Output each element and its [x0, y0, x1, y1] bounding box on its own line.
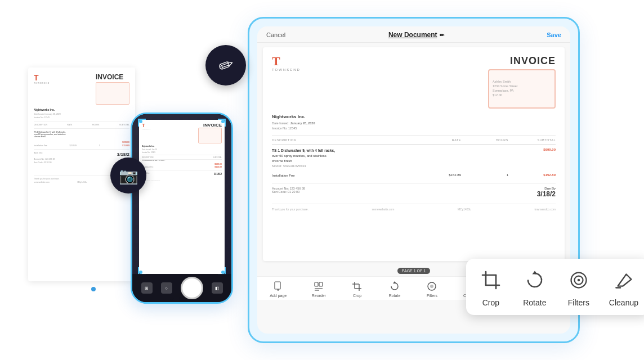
pencil-icon: ✏ [215, 53, 236, 78]
filters-label: Filters [427, 294, 437, 298]
bg-invoice-title: INVOICE [96, 73, 129, 81]
tool-rotate[interactable]: Rotate [521, 267, 548, 307]
invoice-title-block: INVOICE Ashley Smith 1234 Some Street So… [488, 55, 556, 109]
filters-tool-label: Filters [568, 298, 589, 307]
cleanup-tool-label: Cleanup [609, 298, 638, 307]
tool-filters[interactable]: Filters [565, 267, 592, 307]
decorative-dot-4 [91, 287, 96, 291]
thank-you-text: Thank you for your purchase. [272, 208, 308, 211]
camera-icon: 📷 [119, 166, 138, 185]
toolbar-filters[interactable]: Filters [426, 280, 438, 298]
desc-1: TS-1 Dishwasher 9, with 4 full racks, ov… [272, 148, 414, 169]
address-line1: Ashley Smith [493, 80, 511, 83]
invoice-document: T TOWNSEND INVOICE Ashley Smith 1234 Som… [263, 47, 565, 261]
toolbar-rotate[interactable]: Rotate [388, 280, 401, 298]
hours-2: 1 [461, 173, 508, 178]
due-date-value: 3/18/2 [537, 190, 556, 198]
invoice-address-box: Ashley Smith 1234 Some Street Someplace,… [488, 69, 556, 109]
bank-info: Account No: 123 456 38 Sort Code: 01 20 … [272, 187, 305, 194]
corner-dot-tl [139, 120, 142, 123]
bg-brand-letter: T [34, 73, 50, 82]
invoice-table-header: DESCRIPTION RATE HOURS SUBTOTAL [272, 136, 556, 145]
invoice-meta: Date Issued: January 28, 2020 Invoice No… [272, 121, 556, 131]
bill-to-section: Nightworks Inc. Date Issued: January 28,… [272, 114, 556, 131]
phone-flip-btn[interactable]: ◧ [212, 282, 223, 294]
tool-crop[interactable]: Crop [477, 267, 504, 307]
camera-circle: 📷 [110, 158, 146, 194]
footer-left: somewebsite.com [372, 208, 394, 211]
phone-gallery-btn[interactable]: ⊞ [141, 282, 153, 294]
tool-cleanup[interactable]: Cleanup [609, 267, 638, 307]
tablet-header: Cancel New Document ✏ Save [257, 26, 570, 43]
subtotal-1: $699.00 [508, 148, 556, 169]
page-badge: PAGE 1 OF 1 [397, 268, 430, 274]
bg-desc-1: TS-1 Dishwasher 9, with 4 full racks,ove… [34, 131, 129, 138]
rotate-tool-icon [521, 267, 548, 294]
subtotal-2: $152.89 [508, 173, 556, 178]
address-line2: 1234 Some Street [493, 84, 517, 88]
cleanup-tool-icon [610, 267, 637, 294]
svg-point-29 [578, 279, 580, 282]
th-subtotal: SUBTOTAL [508, 138, 556, 142]
bill-to-company: Nightworks Inc. [272, 114, 556, 119]
toolbar-crop[interactable]: Crop [351, 280, 363, 298]
title-text: New Document [388, 31, 437, 39]
rotate-tool-label: Rotate [523, 298, 546, 307]
svg-rect-3 [315, 282, 318, 286]
desc-2: Installation Fee [272, 173, 414, 178]
svg-rect-4 [319, 282, 323, 286]
phone-bottom-controls: ⊞ ○ ◧ [132, 274, 231, 302]
toolbar-reorder[interactable]: Reorder [312, 280, 326, 298]
crop-tool-label: Crop [482, 298, 499, 307]
rate-2: $152.89 [414, 173, 461, 178]
invoice-row-1: TS-1 Dishwasher 9, with 4 full racks, ov… [272, 148, 556, 169]
reorder-icon [312, 280, 325, 292]
save-button[interactable]: Save [547, 32, 561, 38]
rotate-label: Rotate [389, 294, 401, 298]
th-description: DESCRIPTION [272, 138, 414, 142]
edit-title-icon[interactable]: ✏ [440, 32, 444, 38]
due-date-block: Due By 3/18/2 [537, 187, 556, 198]
address-line3: Someplace, PA [493, 89, 514, 92]
brand-name: TOWNSEND [272, 68, 301, 71]
brand-logo: T TOWNSEND [272, 55, 301, 71]
crop-tool-icon [477, 267, 504, 294]
crop-label: Crop [353, 294, 361, 298]
invoice-header: T TOWNSEND INVOICE Ashley Smith 1234 Som… [272, 55, 556, 109]
address-line4: $12.00 [493, 93, 502, 97]
svg-point-13 [430, 285, 433, 288]
th-hours: HOURS [461, 138, 508, 142]
invoice-footer: Thank you for your purchase. somewebsite… [272, 204, 556, 211]
svg-rect-0 [275, 282, 280, 289]
phone-search-btn[interactable]: ○ [161, 282, 172, 294]
filters-icon [426, 280, 438, 292]
invoice-row-2: Installation Fee $152.89 1 $152.89 [272, 173, 556, 178]
hours-1 [461, 148, 508, 169]
crop-icon [351, 280, 363, 292]
toolbar-add-page[interactable]: Add page [270, 280, 287, 298]
bg-company: Nightworks Inc. [34, 108, 129, 111]
corner-dot-tr [221, 120, 225, 123]
footer-right: townsendco.com [534, 208, 556, 211]
svg-marker-26 [532, 271, 537, 274]
add-page-label: Add page [270, 294, 287, 298]
cancel-button[interactable]: Cancel [266, 32, 285, 38]
svg-marker-11 [393, 281, 396, 284]
document-title: New Document ✏ [388, 31, 444, 39]
rotate-icon [388, 280, 401, 292]
rate-1 [414, 148, 461, 169]
floating-tool-panel: Crop Rotate Filters [466, 259, 644, 315]
scene: T TOWNSEND INVOICE Nightworks Inc. Date … [0, 0, 644, 360]
invoice-total-section: Account No: 123 456 38 Sort Code: 01 20 … [272, 183, 556, 198]
footer-mid: MCy1453u [458, 208, 471, 211]
invoice-title: INVOICE [488, 55, 556, 67]
filters-tool-icon [565, 267, 592, 294]
phone-shutter-btn[interactable] [181, 277, 203, 299]
reorder-label: Reorder [312, 294, 326, 298]
bg-brand-name: TOWNSEND [34, 82, 50, 84]
add-page-icon [272, 280, 284, 292]
brand-letter: T [272, 55, 280, 68]
bg-invoice-box [96, 82, 129, 105]
pencil-circle: ✏ [205, 45, 246, 86]
phone-invoice-preview: T TOWNSEND INVOICE Nightworks Inc. Date … [139, 120, 225, 274]
